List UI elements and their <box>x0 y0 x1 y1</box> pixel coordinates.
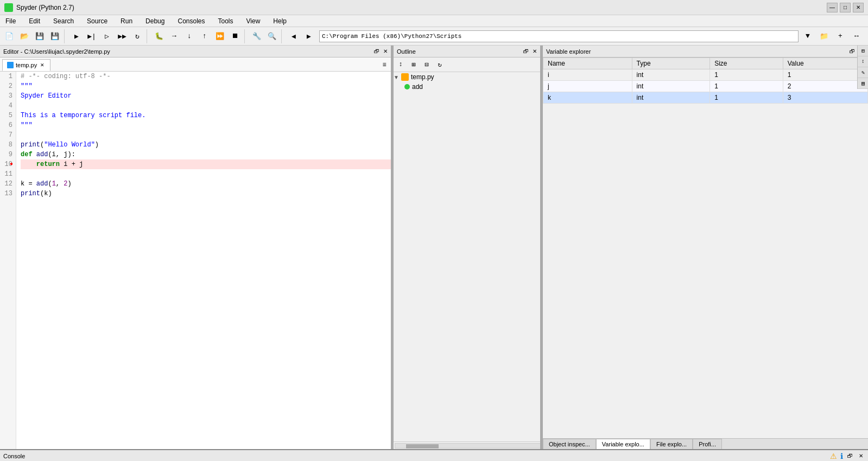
variable-explorer-content[interactable]: Name Type Size Value i int 1 1 j <box>543 57 868 438</box>
path-sync-button[interactable]: ↔ <box>850 29 864 43</box>
path-input[interactable] <box>319 30 799 42</box>
code-line-9: def add(i, j): <box>21 150 392 159</box>
step-into-button[interactable]: ↓ <box>182 29 197 43</box>
outline-resize-handle[interactable] <box>540 46 542 449</box>
line-num-8: 8 <box>3 140 12 150</box>
run-button[interactable]: ▶ <box>69 29 84 43</box>
continue-button[interactable]: ⏩ <box>213 29 227 43</box>
inspect-button[interactable]: 🔍 <box>265 29 279 43</box>
debug-button[interactable]: 🐛 <box>152 29 166 43</box>
console-close-button[interactable]: ✕ <box>857 452 865 460</box>
table-row[interactable]: k int 1 3 <box>543 92 868 104</box>
side-icon-3[interactable]: ✎ <box>858 67 868 78</box>
menu-debug[interactable]: Debug <box>142 16 168 26</box>
toolbar: 📄 📂 💾 💾 ▶ ▶| ▷ ▶▶ ↻ 🐛 → ↓ ↑ ⏩ ⏹ 🔧 🔍 ◀ ▶ … <box>0 27 868 46</box>
back-button[interactable]: ◀ <box>287 29 301 43</box>
table-row[interactable]: i int 1 1 <box>543 69 868 81</box>
run-cell-button[interactable]: ▶| <box>85 29 99 43</box>
rerun-button[interactable]: ↻ <box>130 29 144 43</box>
outline-header: Outline 🗗 ✕ <box>394 46 542 57</box>
console-panel-title: Console <box>3 453 25 459</box>
tab-profiler[interactable]: Profi... <box>693 439 722 449</box>
tab-close-button[interactable]: ✕ <box>39 62 46 68</box>
editor-content[interactable]: 1 2 3 4 5 6 7 8 9 10 11 12 13 # -*- codi… <box>0 72 392 449</box>
editor-close-button[interactable]: ✕ <box>382 48 389 55</box>
run-cell-advance-button[interactable]: ▶▶ <box>115 29 129 43</box>
step-return-button[interactable]: ↑ <box>198 29 212 43</box>
col-name[interactable]: Name <box>543 58 632 69</box>
line-num-5: 5 <box>3 111 12 120</box>
outline-refresh-button[interactable]: ↻ <box>434 59 446 71</box>
step-button[interactable]: → <box>167 29 181 43</box>
table-row[interactable]: j int 1 2 <box>543 81 868 92</box>
outline-undock-button[interactable]: 🗗 <box>522 48 530 55</box>
editor-tab-temp-py[interactable]: temp.py ✕ <box>2 59 50 71</box>
tab-variable-explorer[interactable]: Variable explo... <box>596 439 650 449</box>
outline-hscrollbar-thumb[interactable] <box>406 444 439 449</box>
minimize-button[interactable]: — <box>827 3 838 12</box>
stop-button[interactable]: ⏹ <box>228 29 242 43</box>
warning-icon: ⚠ <box>830 452 837 460</box>
code-line-8: print("Hello World") <box>21 140 392 150</box>
outline-expand-button[interactable]: ⊟ <box>421 59 433 71</box>
console-undock-button[interactable]: 🗗 <box>846 452 854 460</box>
outline-file-item[interactable]: ▼ temp.py <box>394 72 542 82</box>
app-title: Spyder (Python 2.7) <box>16 4 827 11</box>
editor-header: Editor - C:\Users\liujac\.spyder2\temp.p… <box>0 46 392 57</box>
menu-help[interactable]: Help <box>270 16 290 26</box>
col-size[interactable]: Size <box>710 58 783 69</box>
side-icon-2[interactable]: ↕ <box>858 56 868 67</box>
path-add-button[interactable]: + <box>833 29 847 43</box>
outline-funcname: add <box>412 83 423 91</box>
outline-close-button[interactable]: ✕ <box>531 48 538 55</box>
path-browse-button[interactable]: 📁 <box>817 29 831 43</box>
maximize-button[interactable]: □ <box>840 3 851 12</box>
menu-search[interactable]: Search <box>50 16 77 26</box>
code-line-3: Spyder Editor <box>21 91 392 101</box>
winpdb-button[interactable]: 🔧 <box>250 29 264 43</box>
menu-file[interactable]: File <box>2 16 19 26</box>
var-size-k: 1 <box>710 92 783 104</box>
save-button[interactable]: 💾 <box>33 29 47 43</box>
varexp-panel-tabs: Object inspec... Variable explo... File … <box>543 438 868 449</box>
new-file-button[interactable]: 📄 <box>2 29 16 43</box>
path-go-button[interactable]: ▼ <box>801 29 815 43</box>
forward-button[interactable]: ▶ <box>302 29 316 43</box>
code-line-2: """ <box>21 81 392 91</box>
editor-undock-button[interactable]: 🗗 <box>373 48 381 55</box>
outline-fold-button[interactable]: ⊞ <box>408 59 420 71</box>
outline-hscrollbar[interactable] <box>395 443 541 449</box>
open-button[interactable]: 📂 <box>17 29 31 43</box>
line-num-4: 4 <box>3 101 12 111</box>
menu-edit[interactable]: Edit <box>26 16 43 26</box>
menu-run[interactable]: Run <box>117 16 136 26</box>
menu-consoles[interactable]: Consoles <box>174 16 208 26</box>
tab-object-inspector[interactable]: Object inspec... <box>543 439 596 449</box>
side-icon-4[interactable]: ▤ <box>858 78 868 89</box>
side-icon-1[interactable]: ⊞ <box>858 46 868 56</box>
tab-list-button[interactable]: ≡ <box>378 59 390 71</box>
outline-function-item[interactable]: add <box>394 82 542 92</box>
varexp-undock-button[interactable]: 🗗 <box>848 48 856 55</box>
line-numbers: 1 2 3 4 5 6 7 8 9 10 11 12 13 <box>0 72 16 449</box>
code-line-7 <box>21 130 392 140</box>
outline-content[interactable]: ▼ temp.py add <box>394 72 542 441</box>
tab-file-explorer[interactable]: File explo... <box>650 439 693 449</box>
col-type[interactable]: Type <box>632 58 710 69</box>
close-button[interactable]: ✕ <box>853 3 864 12</box>
var-value-j: 2 <box>783 81 867 92</box>
menu-tools[interactable]: Tools <box>215 16 237 26</box>
outline-filename: temp.py <box>411 73 434 81</box>
toolbar-separator-1 <box>64 29 67 43</box>
menu-source[interactable]: Source <box>84 16 111 26</box>
tab-bar-actions: ≡ <box>378 59 390 71</box>
run-selection-button[interactable]: ▷ <box>100 29 114 43</box>
outline-sort-button[interactable]: ↕ <box>395 59 407 71</box>
editor-resize-handle[interactable] <box>391 46 392 449</box>
menu-view[interactable]: View <box>243 16 264 26</box>
var-name-i: i <box>543 69 632 81</box>
save-all-button[interactable]: 💾 <box>48 29 62 43</box>
col-value[interactable]: Value <box>783 58 867 69</box>
code-lines[interactable]: # -*- coding: utf-8 -*- """ Spyder Edito… <box>16 72 392 449</box>
var-name-j: j <box>543 81 632 92</box>
